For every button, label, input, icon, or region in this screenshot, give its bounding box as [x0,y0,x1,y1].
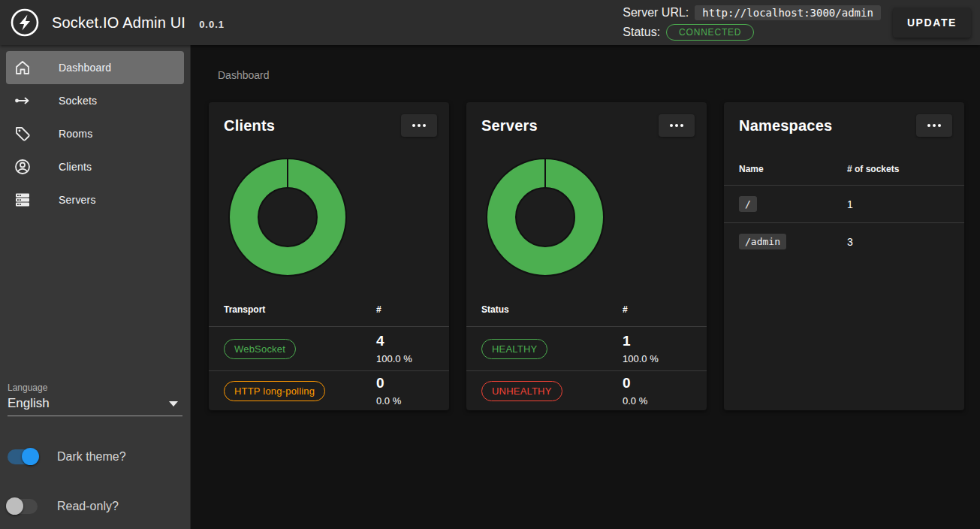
column-header: Name [739,164,764,174]
socketio-admin-ui: Socket.IO Admin UI 0.0.1 Server URL: htt… [0,0,980,529]
table-row: /admin 3 [724,222,964,260]
column-header: Status [481,304,509,315]
servers-donut-chart[interactable] [485,157,605,277]
sidebar-item-sockets[interactable]: Sockets [6,84,184,117]
sidebar-item-dashboard[interactable]: Dashboard [6,51,184,84]
sidebar-item-clients[interactable]: Clients [6,150,184,183]
status-label: Status: [623,26,660,39]
socket-count-value: 1 [847,198,853,210]
column-header: Transport [224,304,265,315]
app-header: Socket.IO Admin UI 0.0.1 Server URL: htt… [0,0,980,45]
server-url-label: Server URL: [623,6,689,20]
socket-arrow-icon [14,92,32,110]
servers-status-table: Status # HEALTHY 1 100.0 % UNHEALTHY 0 [466,293,707,410]
table-row: UNHEALTHY 0 0.0 % [466,370,707,410]
namespaces-card: Namespaces Name # of sockets / 1 [724,102,964,410]
language-label: Language [8,382,182,393]
namespace-name-chip: /admin [739,234,786,249]
status-badge: HEALTHY [481,339,547,359]
account-circle-icon [14,158,32,176]
sidebar-item-label: Sockets [59,95,97,107]
clients-card-menu-button[interactable] [401,114,437,137]
dark-theme-toggle[interactable] [8,448,38,466]
ellipsis-icon [670,124,673,127]
sidebar-item-rooms[interactable]: Rooms [6,117,184,150]
breadcrumb: Dashboard [218,69,980,81]
home-icon [14,59,32,77]
transport-badge: WebSocket [224,339,296,359]
dark-theme-label: Dark theme? [57,450,126,464]
sidebar-item-servers[interactable]: Servers [6,183,184,216]
table-row: / 1 [724,185,964,222]
language-select[interactable]: English [8,396,182,416]
count-value: 4 [376,332,412,349]
servers-card: Servers Status # [466,102,707,410]
count-value: 0 [376,374,401,391]
sidebar-item-label: Clients [59,161,92,173]
servers-card-menu-button[interactable] [659,114,695,137]
clients-transport-table: Transport # WebSocket 4 100.0 % HTTP lon… [209,293,449,410]
column-header: # of sockets [847,164,899,174]
main-content: Dashboard Clients Tran [191,45,980,529]
table-row: HEALTHY 1 100.0 % [466,326,707,370]
transport-badge: HTTP long-polling [224,381,325,401]
namespaces-card-menu-button[interactable] [916,114,952,137]
percent-value: 0.0 % [376,394,401,408]
sidebar: Dashboard Sockets [0,45,191,529]
namespaces-table: Name # of sockets / 1 /admin 3 [724,153,964,260]
server-url-value: http://localhost:3000/admin [695,5,881,20]
namespace-name-chip: / [739,196,757,212]
socketio-bolt-icon [10,8,40,38]
read-only-label: Read-only? [57,500,119,513]
ellipsis-icon [412,124,415,127]
percent-value: 0.0 % [623,394,647,408]
sidebar-item-label: Dashboard [59,62,111,74]
ellipsis-icon [927,124,930,127]
app-title: Socket.IO Admin UI [52,14,185,32]
clients-card-title: Clients [224,117,275,135]
table-row: WebSocket 4 100.0 % [209,326,449,370]
status-badge: UNHEALTHY [481,381,562,401]
chevron-down-icon [169,401,178,407]
status-badge: CONNECTED [666,24,754,41]
column-header: # [376,304,381,315]
sidebar-item-label: Rooms [59,128,92,140]
tag-icon [14,125,32,143]
count-value: 0 [623,374,647,391]
read-only-toggle[interactable] [8,497,38,515]
server-stack-icon [14,191,32,209]
percent-value: 100.0 % [376,352,412,366]
servers-card-title: Servers [481,117,538,135]
table-row: HTTP long-polling 0 0.0 % [209,370,449,410]
namespaces-card-title: Namespaces [739,117,832,135]
socket-count-value: 3 [847,236,853,248]
update-button[interactable]: UPDATE [893,8,971,38]
language-value: English [8,396,50,411]
column-header: # [623,304,628,315]
sidebar-item-label: Servers [59,194,96,206]
clients-card: Clients Transport # [209,102,449,410]
clients-donut-chart[interactable] [228,157,348,277]
percent-value: 100.0 % [623,352,659,366]
count-value: 1 [623,332,659,349]
app-version: 0.0.1 [199,19,225,30]
